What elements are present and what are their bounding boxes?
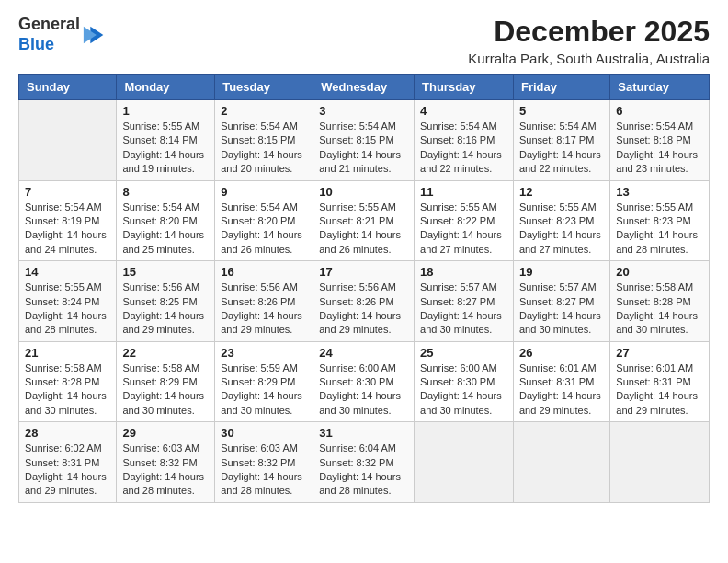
day-info: Sunrise: 5:54 AM Sunset: 8:16 PM Dayligh… xyxy=(420,120,507,177)
day-info: Sunrise: 5:56 AM Sunset: 8:26 PM Dayligh… xyxy=(319,281,408,338)
day-number: 28 xyxy=(25,426,110,440)
day-number: 3 xyxy=(319,104,408,118)
calendar-cell: 2Sunrise: 5:54 AM Sunset: 8:15 PM Daylig… xyxy=(215,100,313,181)
day-number: 27 xyxy=(616,346,703,360)
calendar-cell: 17Sunrise: 5:56 AM Sunset: 8:26 PM Dayli… xyxy=(313,261,415,342)
day-info: Sunrise: 6:00 AM Sunset: 8:30 PM Dayligh… xyxy=(420,362,507,419)
day-number: 24 xyxy=(319,346,408,360)
calendar-cell: 29Sunrise: 6:03 AM Sunset: 8:32 PM Dayli… xyxy=(117,422,215,503)
week-row-2: 7Sunrise: 5:54 AM Sunset: 8:19 PM Daylig… xyxy=(19,180,710,261)
title-block: December 2025 Kurralta Park, South Austr… xyxy=(468,15,710,66)
day-header-saturday: Saturday xyxy=(610,75,710,100)
day-header-friday: Friday xyxy=(513,75,609,100)
calendar-table: SundayMondayTuesdayWednesdayThursdayFrid… xyxy=(18,74,710,503)
day-info: Sunrise: 5:56 AM Sunset: 8:25 PM Dayligh… xyxy=(122,281,209,338)
calendar-cell xyxy=(610,422,710,503)
day-number: 5 xyxy=(519,104,604,118)
calendar-cell: 12Sunrise: 5:55 AM Sunset: 8:23 PM Dayli… xyxy=(513,180,609,261)
day-info: Sunrise: 5:55 AM Sunset: 8:23 PM Dayligh… xyxy=(519,201,604,258)
week-row-5: 28Sunrise: 6:02 AM Sunset: 8:31 PM Dayli… xyxy=(19,422,710,503)
day-number: 8 xyxy=(122,185,209,199)
day-number: 30 xyxy=(221,426,307,440)
calendar-cell: 30Sunrise: 6:03 AM Sunset: 8:32 PM Dayli… xyxy=(215,422,313,503)
page-header: General Blue December 2025 Kurralta Park… xyxy=(18,15,710,66)
day-number: 25 xyxy=(420,346,507,360)
day-number: 9 xyxy=(221,185,307,199)
day-info: Sunrise: 5:58 AM Sunset: 8:28 PM Dayligh… xyxy=(616,281,703,338)
day-number: 1 xyxy=(122,104,209,118)
day-info: Sunrise: 5:54 AM Sunset: 8:19 PM Dayligh… xyxy=(25,201,110,258)
week-row-4: 21Sunrise: 5:58 AM Sunset: 8:28 PM Dayli… xyxy=(19,341,710,422)
calendar-cell: 22Sunrise: 5:58 AM Sunset: 8:29 PM Dayli… xyxy=(117,341,215,422)
day-info: Sunrise: 5:57 AM Sunset: 8:27 PM Dayligh… xyxy=(420,281,507,338)
day-number: 7 xyxy=(25,185,110,199)
day-number: 10 xyxy=(319,185,408,199)
day-number: 13 xyxy=(616,185,703,199)
svg-marker-1 xyxy=(84,26,97,43)
day-number: 17 xyxy=(319,265,408,279)
day-info: Sunrise: 5:54 AM Sunset: 8:20 PM Dayligh… xyxy=(221,201,307,258)
calendar-cell: 31Sunrise: 6:04 AM Sunset: 8:32 PM Dayli… xyxy=(313,422,415,503)
day-info: Sunrise: 5:58 AM Sunset: 8:28 PM Dayligh… xyxy=(25,362,110,419)
logo-general: General xyxy=(18,15,80,33)
calendar-cell: 3Sunrise: 5:54 AM Sunset: 8:15 PM Daylig… xyxy=(313,100,415,181)
day-number: 6 xyxy=(616,104,703,118)
day-header-tuesday: Tuesday xyxy=(215,75,313,100)
logo-text: General Blue xyxy=(18,15,80,54)
day-number: 26 xyxy=(519,346,604,360)
calendar-cell: 23Sunrise: 5:59 AM Sunset: 8:29 PM Dayli… xyxy=(215,341,313,422)
calendar-header-row: SundayMondayTuesdayWednesdayThursdayFrid… xyxy=(19,75,710,100)
day-number: 16 xyxy=(221,265,307,279)
calendar-cell: 28Sunrise: 6:02 AM Sunset: 8:31 PM Dayli… xyxy=(19,422,117,503)
day-info: Sunrise: 5:55 AM Sunset: 8:14 PM Dayligh… xyxy=(122,120,209,177)
calendar-cell: 20Sunrise: 5:58 AM Sunset: 8:28 PM Dayli… xyxy=(610,261,710,342)
day-info: Sunrise: 5:58 AM Sunset: 8:29 PM Dayligh… xyxy=(122,362,209,419)
day-number: 15 xyxy=(122,265,209,279)
calendar-cell: 10Sunrise: 5:55 AM Sunset: 8:21 PM Dayli… xyxy=(313,180,415,261)
day-info: Sunrise: 6:00 AM Sunset: 8:30 PM Dayligh… xyxy=(319,362,408,419)
day-number: 22 xyxy=(122,346,209,360)
calendar-cell: 26Sunrise: 6:01 AM Sunset: 8:31 PM Dayli… xyxy=(513,341,609,422)
calendar-cell: 25Sunrise: 6:00 AM Sunset: 8:30 PM Dayli… xyxy=(415,341,514,422)
day-info: Sunrise: 6:01 AM Sunset: 8:31 PM Dayligh… xyxy=(519,362,604,419)
calendar-cell: 16Sunrise: 5:56 AM Sunset: 8:26 PM Dayli… xyxy=(215,261,313,342)
day-info: Sunrise: 5:54 AM Sunset: 8:17 PM Dayligh… xyxy=(519,120,604,177)
day-number: 31 xyxy=(319,426,408,440)
calendar-cell: 15Sunrise: 5:56 AM Sunset: 8:25 PM Dayli… xyxy=(117,261,215,342)
calendar-cell xyxy=(415,422,514,503)
day-number: 21 xyxy=(25,346,110,360)
day-number: 18 xyxy=(420,265,507,279)
calendar-cell: 1Sunrise: 5:55 AM Sunset: 8:14 PM Daylig… xyxy=(117,100,215,181)
day-info: Sunrise: 5:55 AM Sunset: 8:22 PM Dayligh… xyxy=(420,201,507,258)
day-info: Sunrise: 6:04 AM Sunset: 8:32 PM Dayligh… xyxy=(319,442,408,499)
day-info: Sunrise: 5:54 AM Sunset: 8:18 PM Dayligh… xyxy=(616,120,703,177)
logo-blue: Blue xyxy=(18,35,54,53)
day-header-sunday: Sunday xyxy=(19,75,117,100)
day-number: 23 xyxy=(221,346,307,360)
calendar-cell: 14Sunrise: 5:55 AM Sunset: 8:24 PM Dayli… xyxy=(19,261,117,342)
calendar-cell: 8Sunrise: 5:54 AM Sunset: 8:20 PM Daylig… xyxy=(117,180,215,261)
day-info: Sunrise: 5:54 AM Sunset: 8:15 PM Dayligh… xyxy=(221,120,307,177)
day-number: 29 xyxy=(122,426,209,440)
calendar-cell xyxy=(19,100,117,181)
logo: General Blue xyxy=(18,15,108,54)
calendar-cell: 6Sunrise: 5:54 AM Sunset: 8:18 PM Daylig… xyxy=(610,100,710,181)
calendar-cell: 9Sunrise: 5:54 AM Sunset: 8:20 PM Daylig… xyxy=(215,180,313,261)
month-year-title: December 2025 xyxy=(468,15,710,49)
calendar-cell: 7Sunrise: 5:54 AM Sunset: 8:19 PM Daylig… xyxy=(19,180,117,261)
calendar-cell: 11Sunrise: 5:55 AM Sunset: 8:22 PM Dayli… xyxy=(415,180,514,261)
day-info: Sunrise: 6:03 AM Sunset: 8:32 PM Dayligh… xyxy=(122,442,209,499)
calendar-cell: 4Sunrise: 5:54 AM Sunset: 8:16 PM Daylig… xyxy=(415,100,514,181)
calendar-cell: 13Sunrise: 5:55 AM Sunset: 8:23 PM Dayli… xyxy=(610,180,710,261)
day-info: Sunrise: 6:01 AM Sunset: 8:31 PM Dayligh… xyxy=(616,362,703,419)
week-row-3: 14Sunrise: 5:55 AM Sunset: 8:24 PM Dayli… xyxy=(19,261,710,342)
week-row-1: 1Sunrise: 5:55 AM Sunset: 8:14 PM Daylig… xyxy=(19,100,710,181)
calendar-cell: 27Sunrise: 6:01 AM Sunset: 8:31 PM Dayli… xyxy=(610,341,710,422)
day-number: 11 xyxy=(420,185,507,199)
day-info: Sunrise: 5:55 AM Sunset: 8:24 PM Dayligh… xyxy=(25,281,110,338)
day-info: Sunrise: 5:57 AM Sunset: 8:27 PM Dayligh… xyxy=(519,281,604,338)
day-info: Sunrise: 6:02 AM Sunset: 8:31 PM Dayligh… xyxy=(25,442,110,499)
location-subtitle: Kurralta Park, South Australia, Australi… xyxy=(468,51,710,66)
day-info: Sunrise: 5:54 AM Sunset: 8:15 PM Dayligh… xyxy=(319,120,408,177)
calendar-cell: 24Sunrise: 6:00 AM Sunset: 8:30 PM Dayli… xyxy=(313,341,415,422)
